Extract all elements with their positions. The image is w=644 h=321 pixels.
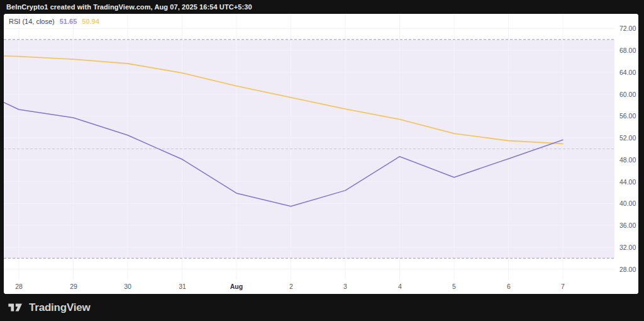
time-axis-label: Aug bbox=[224, 282, 249, 291]
price-axis-label: 60.00 bbox=[619, 90, 638, 99]
price-axis-label: 72.00 bbox=[619, 24, 638, 33]
time-axis-label: 29 bbox=[61, 282, 86, 291]
time-axis-label: 31 bbox=[170, 282, 195, 291]
price-axis-label: 68.00 bbox=[619, 46, 638, 55]
tradingview-logo-icon bbox=[8, 301, 25, 314]
price-axis-label: 44.00 bbox=[619, 177, 638, 186]
header-bar: BeInCrypto1 created with TradingView.com… bbox=[0, 0, 644, 14]
time-axis-label: 2 bbox=[279, 282, 304, 291]
chart-card: RSI (14, close) 51.65 50.94 72.0068.0064… bbox=[4, 14, 638, 294]
footer-bar: TradingView bbox=[0, 294, 644, 321]
indicator-legend: RSI (14, close) 51.65 50.94 bbox=[9, 16, 99, 26]
ma-value: 50.94 bbox=[82, 18, 99, 25]
time-axis-label: 6 bbox=[496, 282, 521, 291]
price-axis-label: 64.00 bbox=[619, 68, 638, 77]
time-axis-label: 28 bbox=[6, 282, 31, 291]
price-axis-label: 36.00 bbox=[619, 221, 638, 230]
time-axis-label: 4 bbox=[387, 282, 413, 291]
price-axis-label: 40.00 bbox=[619, 199, 638, 208]
indicator-title: RSI (14, close) bbox=[9, 18, 55, 25]
rsi-plot[interactable] bbox=[4, 14, 638, 294]
time-axis-label: 5 bbox=[441, 282, 467, 291]
price-axis-label: 48.00 bbox=[619, 155, 638, 164]
time-axis-label: 30 bbox=[115, 282, 140, 291]
rsi-value: 51.65 bbox=[60, 18, 77, 25]
tradingview-wordmark: TradingView bbox=[29, 301, 91, 314]
time-axis-label: 3 bbox=[333, 282, 358, 291]
price-axis-label: 56.00 bbox=[619, 111, 638, 120]
price-axis-label: 52.00 bbox=[619, 133, 638, 142]
price-axis-label: 28.00 bbox=[619, 265, 638, 274]
price-axis-label: 32.00 bbox=[619, 243, 638, 252]
time-axis-label: 7 bbox=[550, 282, 575, 291]
snapshot-title: BeInCrypto1 created with TradingView.com… bbox=[6, 3, 252, 11]
